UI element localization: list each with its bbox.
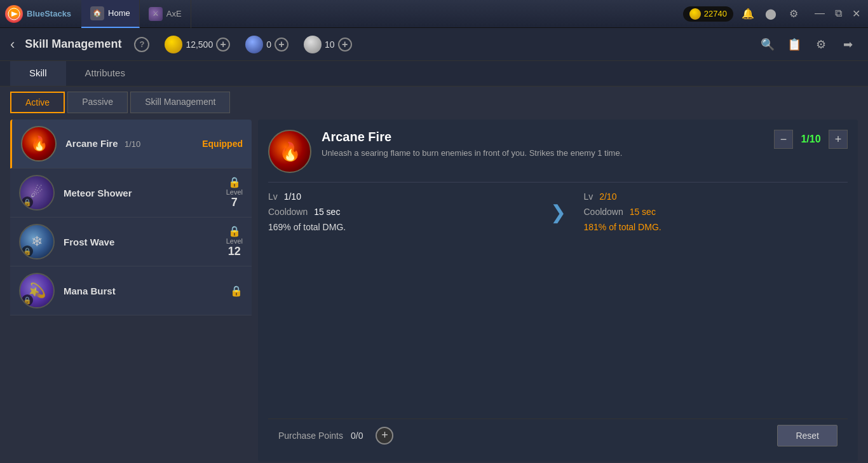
current-cooldown-value: 15 sec [314,207,340,217]
help-button[interactable]: ? [134,37,149,52]
current-dmg: 169% of total DMG. [268,222,532,232]
next-lv-value: 2/10 [599,191,616,202]
tab-home[interactable]: 🏠 Home [81,0,140,28]
meteor-lock-overlay: 🔒 [22,197,33,208]
window-controls: — ⧉ ✕ [812,8,863,20]
notification-icon[interactable]: 🔔 [740,6,756,22]
next-lv-row: Lv 2/10 [584,191,848,202]
mana-burst-name: Mana Burst [64,286,116,296]
detail-divider [268,182,848,183]
detail-level-value: 1/10 [798,134,824,145]
close-button[interactable]: ✕ [850,8,863,20]
tab-skill-management[interactable]: Skill Management [130,92,230,113]
arcane-fire-level: 1/10 [125,139,140,149]
frost-lock-overlay: 🔒 [22,245,33,257]
content-area: Skill Attributes Active Passive Skill Ma… [0,61,868,463]
white-gem-add-button[interactable]: + [338,38,352,52]
purchase-add-button[interactable]: + [376,427,393,445]
tab-home-label: Home [108,8,130,18]
detail-avatar: 🔥 [268,130,311,173]
next-cooldown-value: 15 sec [630,207,656,217]
book-icon[interactable]: 📋 [784,34,804,55]
meteor-shower-avatar: ☄ 🔒 [19,175,55,211]
gold-amount: 12,500 [186,39,213,50]
current-cooldown-label: Cooldown [268,207,308,217]
level-decrease-button[interactable]: − [774,130,793,149]
tab-axe[interactable]: ⚔ AxE [140,0,191,28]
tab-passive[interactable]: Passive [67,92,128,113]
detail-text: Arcane Fire Unleash a searing flame to b… [322,130,764,160]
tab-attributes[interactable]: Attributes [66,61,144,86]
current-lv-value: 1/10 [284,191,301,202]
next-dmg: 181% of total DMG. [584,222,848,232]
detail-header: 🔥 Arcane Fire Unleash a searing flame to… [268,130,848,173]
minimize-button[interactable]: — [812,8,827,20]
currency-gold-group: 12,500 + [165,36,230,53]
axe-tab-icon: ⚔ [149,7,163,21]
next-lv-label: Lv [584,191,593,202]
level-increase-button[interactable]: + [829,130,848,149]
bluestacks-logo [5,5,23,23]
reset-button[interactable]: Reset [777,425,837,446]
titlebar: BlueStacks 🏠 Home ⚔ AxE 22740 🔔 ⬤ ⚙ — ⧉ … [0,0,868,28]
page-title: Skill Management [25,38,121,51]
current-lv-label: Lv [268,191,278,202]
skill-item-arcane-fire[interactable]: 🔥 Arcane Fire 1/10 Equipped [10,120,252,169]
arcane-fire-info: Arcane Fire 1/10 [65,138,140,149]
gold-icon [165,36,182,53]
skill-item-frost-wave[interactable]: ❄ 🔒 Frost Wave 🔒 Level 12 [10,218,252,266]
secondary-tabs: Active Passive Skill Management [0,86,868,113]
meteor-level-value: 7 [226,196,243,209]
equipped-badge: Equipped [202,139,243,149]
tab-axe-label: AxE [166,9,182,18]
detail-stats: Lv 1/10 Cooldown 15 sec 169% of total DM… [268,191,848,232]
purchase-value: 0/0 [351,431,363,441]
back-button[interactable]: ‹ [10,36,15,53]
skills-list: 🔥 Arcane Fire 1/10 Equipped ☄ 🔒 Meteor S… [10,120,252,462]
blue-gem-add-button[interactable]: + [275,38,288,52]
circle-icon[interactable]: ⬤ [763,6,779,22]
restore-button[interactable]: ⧉ [832,8,844,20]
next-stats: Lv 2/10 Cooldown 15 sec 181% of total DM… [584,191,848,232]
points-value: 22740 [704,9,727,18]
home-tab-icon: 🏠 [90,6,104,20]
skill-detail: 🔥 Arcane Fire Unleash a searing flame to… [258,120,858,462]
frost-wave-avatar: ❄ 🔒 [19,224,55,259]
frost-wave-name: Frost Wave [64,237,114,247]
skill-item-mana-burst[interactable]: 💫 🔒 Mana Burst 🔒 [10,266,252,315]
svg-marker-1 [11,11,18,17]
purchase-label: Purchase Points [278,431,343,441]
detail-controls: − 1/10 + [774,130,848,149]
mana-burst-level-badge: 🔒 [230,285,243,297]
bottom-bar: Purchase Points 0/0 + Reset [268,418,848,452]
currency-blue-group: 0 + [245,36,288,53]
frost-level-label: Level [226,237,243,245]
settings-icon[interactable]: ⚙ [785,6,802,22]
meteor-level-label: Level [226,188,243,196]
topbar-settings-icon[interactable]: ⚙ [811,34,831,55]
tab-active[interactable]: Active [10,92,65,113]
tab-skill[interactable]: Skill [10,61,66,86]
arcane-fire-name: Arcane Fire [65,138,118,149]
skills-container: 🔥 Arcane Fire 1/10 Equipped ☄ 🔒 Meteor S… [0,113,868,463]
detail-spacer [268,232,848,418]
blue-gem-icon [245,36,263,53]
skill-item-meteor-shower[interactable]: ☄ 🔒 Meteor Shower 🔒 Level 7 [10,169,252,218]
meteor-shower-level-badge: 🔒 Level 7 [226,176,243,209]
search-icon[interactable]: 🔍 [757,34,778,55]
bluestacks-name: BlueStacks [27,9,71,18]
main-area: Skill Attributes Active Passive Skill Ma… [0,61,868,463]
frost-level-value: 12 [226,245,243,258]
arcane-fire-avatar: 🔥 [21,126,57,162]
blue-gem-amount: 0 [266,39,271,50]
primary-tabs: Skill Attributes [0,61,868,86]
mana-lock-overlay: 🔒 [22,294,33,306]
detail-name: Arcane Fire [322,130,764,144]
meteor-lock-icon: 🔒 [226,176,243,188]
topbar-right: 🔍 📋 ⚙ ➡ [757,34,858,55]
current-stats: Lv 1/10 Cooldown 15 sec 169% of total DM… [268,191,532,232]
logout-icon[interactable]: ➡ [837,34,858,55]
arcane-fire-icon: 🔥 [22,127,55,160]
current-lv-row: Lv 1/10 [268,191,532,202]
gold-add-button[interactable]: + [216,38,230,52]
